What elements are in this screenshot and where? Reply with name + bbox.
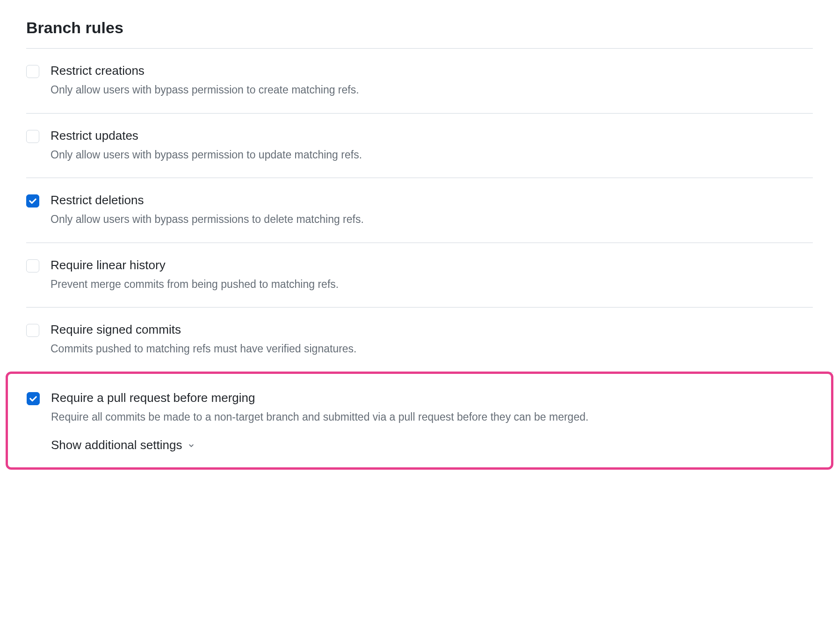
rule-description: Only allow users with bypass permissions… — [51, 211, 813, 228]
rule-require-pull-request: Require a pull request before merging Re… — [27, 374, 812, 453]
rule-restrict-creations: Restrict creations Only allow users with… — [26, 49, 813, 113]
checkbox-restrict-deletions[interactable] — [26, 194, 39, 208]
check-icon — [29, 394, 38, 403]
chevron-down-icon — [186, 440, 197, 451]
additional-settings-label: Show additional settings — [51, 438, 182, 452]
rule-label: Require linear history — [51, 258, 813, 272]
check-icon — [28, 196, 37, 206]
rule-label: Require a pull request before merging — [51, 391, 812, 405]
rule-label: Restrict deletions — [51, 193, 813, 208]
checkbox-restrict-updates[interactable] — [26, 130, 39, 143]
rule-restrict-updates: Restrict updates Only allow users with b… — [26, 114, 813, 178]
rule-label: Restrict updates — [51, 129, 813, 143]
checkbox-require-signed-commits[interactable] — [26, 324, 39, 337]
rule-description: Prevent merge commits from being pushed … — [51, 276, 813, 293]
checkbox-require-linear-history[interactable] — [26, 259, 39, 272]
rule-require-linear-history: Require linear history Prevent merge com… — [26, 243, 813, 308]
checkbox-require-pull-request[interactable] — [27, 392, 40, 405]
rule-require-signed-commits: Require signed commits Commits pushed to… — [26, 308, 813, 372]
rule-restrict-deletions: Restrict deletions Only allow users with… — [26, 178, 813, 243]
rule-description: Require all commits be made to a non-tar… — [51, 409, 812, 425]
highlighted-rule-box: Require a pull request before merging Re… — [6, 372, 833, 470]
show-additional-settings-button[interactable]: Show additional settings — [51, 438, 812, 452]
rule-description: Commits pushed to matching refs must hav… — [51, 341, 813, 357]
rule-label: Require signed commits — [51, 322, 813, 337]
section-title: Branch rules — [26, 19, 813, 37]
rule-description: Only allow users with bypass permission … — [51, 82, 813, 98]
checkbox-restrict-creations[interactable] — [26, 65, 39, 78]
rule-description: Only allow users with bypass permission … — [51, 147, 813, 163]
rule-label: Restrict creations — [51, 64, 813, 78]
